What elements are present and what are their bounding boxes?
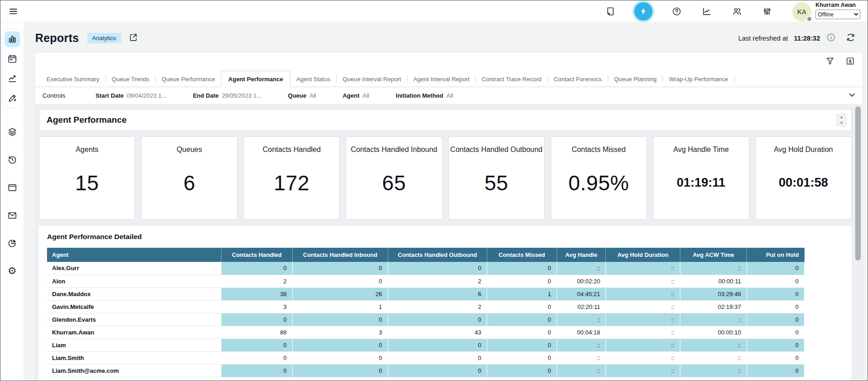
sidebar-item-history[interactable] xyxy=(5,152,20,167)
tab-contract-trace-record[interactable]: Contract Trace Record xyxy=(476,71,547,87)
sidebar-item-calendar[interactable] xyxy=(5,51,20,67)
value-cell: 43 xyxy=(388,326,487,339)
value-cell: 26 xyxy=(292,287,388,300)
value-cell: 00:04:18 xyxy=(557,326,606,339)
sliders-button[interactable] xyxy=(760,5,774,18)
tab-queue-trends[interactable]: Queue Trends xyxy=(106,71,155,87)
table-row[interactable]: Khurram.Awan89343000:04:18::00:00:100 xyxy=(47,326,805,339)
tab-queue-interval-report[interactable]: Queue Interval Report xyxy=(337,71,407,87)
value-cell: 0 xyxy=(388,364,487,377)
filter-queue[interactable]: QueueAll xyxy=(288,92,316,99)
table-row[interactable]: Alex.Gurr0000::::::0 xyxy=(47,262,805,275)
value-cell: :: xyxy=(557,351,606,364)
detail-table-title: Agent Performance Detailed xyxy=(47,233,843,241)
controls-expand-button[interactable] xyxy=(847,90,857,101)
last-refreshed-time: 11:28:32 xyxy=(794,35,820,42)
calendar-icon xyxy=(7,54,17,64)
value-cell: 1 xyxy=(292,300,388,313)
tab-agent-performance[interactable]: Agent Performance xyxy=(221,71,290,87)
column-header-contacts-handled-outbound: Contacts Handled Outbound xyxy=(388,248,487,262)
open-external-button[interactable] xyxy=(128,32,138,44)
table-row[interactable]: Glendon.Evarts0000::::::0 xyxy=(47,313,805,326)
table-row[interactable]: Liam.Smith0000::::::0 xyxy=(47,351,805,364)
tab-executive-summary[interactable]: Executive Summary xyxy=(41,71,105,87)
sidebar-item-browser[interactable] xyxy=(5,180,20,195)
caret-up-icon: ▲ xyxy=(840,115,843,119)
metrics-button[interactable] xyxy=(700,5,714,18)
sidebar-item-pie-chart[interactable] xyxy=(5,235,20,251)
bar-chart-icon xyxy=(7,34,17,44)
sidebar-item-design[interactable] xyxy=(5,90,20,106)
value-cell: 38 xyxy=(221,287,292,300)
notes-button[interactable] xyxy=(603,5,617,18)
help-button[interactable] xyxy=(670,5,684,18)
tab-contact-forensics[interactable]: Contact Forensics xyxy=(548,71,608,87)
value-cell: :: xyxy=(557,262,606,275)
filter-start-date[interactable]: Start Date09/04/2023 1... xyxy=(95,92,166,99)
sidebar-item-line-chart[interactable] xyxy=(5,71,20,86)
agent-performance-table: AgentContacts HandledContacts Handled In… xyxy=(47,248,805,377)
sidebar-item-layers[interactable] xyxy=(5,124,20,140)
agent-status-select[interactable]: Offline xyxy=(815,10,860,19)
value-cell: 00:00:11 xyxy=(680,275,747,287)
value-cell: 0 xyxy=(221,339,292,351)
sidebar-item-bar-chart[interactable] xyxy=(5,31,20,47)
download-button[interactable] xyxy=(845,56,855,68)
controls-bar[interactable]: Controls Start Date09/04/2023 1...End Da… xyxy=(35,87,863,104)
tab-queue-planning[interactable]: Queue Planning xyxy=(608,71,663,87)
value-cell: 0 xyxy=(292,275,388,287)
tab-wrap-up-performance[interactable]: Wrap-Up Performance xyxy=(663,71,734,87)
contacts-button[interactable] xyxy=(730,5,744,18)
sidebar: ⚙ xyxy=(0,22,24,381)
sliders-icon xyxy=(762,6,772,16)
filter-end-date[interactable]: End Date29/05/2023 1... xyxy=(193,92,261,99)
value-cell: 0 xyxy=(487,313,557,326)
info-icon xyxy=(826,32,836,42)
tab-agent-status[interactable]: Agent Status xyxy=(290,71,336,87)
kpi-value: 00:01:58 xyxy=(779,146,828,219)
contacts-icon xyxy=(732,6,742,16)
kpi-value: 172 xyxy=(274,146,310,219)
page-header: Reports Analytics Last refreshed at 11:2… xyxy=(24,22,868,52)
last-refreshed-label: Last refreshed at xyxy=(738,35,788,42)
filter-initiation-method[interactable]: Initiation MethodAll xyxy=(396,92,453,99)
value-cell: 0 xyxy=(292,339,388,351)
kpi-value: 6 xyxy=(184,146,195,219)
filter-label: Start Date xyxy=(95,92,123,99)
hamburger-menu-button[interactable] xyxy=(6,4,21,19)
value-cell: 3 xyxy=(292,326,388,339)
value-cell: 0 xyxy=(747,287,804,300)
filter-button[interactable] xyxy=(825,56,835,68)
value-cell: 2 xyxy=(388,300,487,313)
table-row[interactable]: Liam0000::::::0 xyxy=(47,339,805,351)
sidebar-item-mail[interactable] xyxy=(5,208,20,223)
spinner-up-button[interactable]: ▲ xyxy=(837,114,846,120)
download-icon xyxy=(845,56,855,66)
hamburger-icon xyxy=(8,6,18,16)
table-row[interactable]: Dane.Maddox38266104:45:21::03:29:480 xyxy=(47,287,805,300)
tab-agent-interval-report[interactable]: Agent Interval Report xyxy=(407,71,475,87)
filter-agent[interactable]: AgentAll xyxy=(342,92,369,99)
table-row[interactable]: Liam.Smith@acme.com0000::::::0 xyxy=(47,364,805,377)
value-cell: 2 xyxy=(388,275,487,287)
value-cell: 0 xyxy=(388,313,487,326)
table-row[interactable]: Alon202000:02:20::00:00:110 xyxy=(47,275,805,287)
kpi-value: 01:19:11 xyxy=(677,146,726,219)
tab-queue-performance[interactable]: Queue Performance xyxy=(156,71,221,87)
agent-name-cell: Alon xyxy=(47,275,221,287)
filter-value: All xyxy=(310,92,316,99)
scrollbar-thumb[interactable] xyxy=(855,106,861,261)
value-cell: 0 xyxy=(221,313,292,326)
controls-filters: Start Date09/04/2023 1...End Date29/05/2… xyxy=(95,92,453,99)
flash-button[interactable] xyxy=(634,2,652,21)
table-row[interactable]: Gavin.Metcalfe312002:20:11::02:19:370 xyxy=(47,300,805,313)
page-title: Reports xyxy=(35,31,79,45)
refresh-button[interactable] xyxy=(846,32,856,44)
sidebar-item-gear[interactable]: ⚙ xyxy=(5,263,20,279)
value-cell: 1 xyxy=(487,287,557,300)
avatar[interactable]: KA xyxy=(792,2,811,21)
spinner-down-button[interactable]: ▼ xyxy=(837,120,846,126)
value-cell: 0 xyxy=(388,339,487,351)
refresh-info-button[interactable] xyxy=(826,32,836,44)
value-cell: 0 xyxy=(221,364,292,377)
